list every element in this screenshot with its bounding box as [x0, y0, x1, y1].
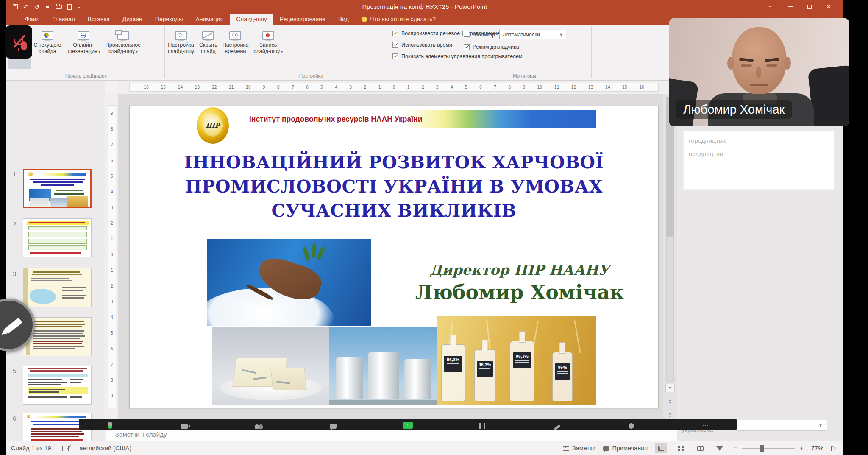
chevron-down-icon: ▼: [559, 33, 563, 37]
redo-icon[interactable]: ↺: [34, 4, 40, 10]
previous-slide-icon[interactable]: ▲▲: [665, 397, 675, 405]
view-normal-button[interactable]: [655, 443, 667, 453]
zoom-level[interactable]: 77%: [811, 445, 823, 452]
slideshow-quick-icon[interactable]: [45, 5, 50, 9]
slide-scrollbar[interactable]: ▼ ▲▲ ▼▼: [663, 94, 677, 427]
slide-thumbnail-2[interactable]: [23, 218, 92, 257]
participant-name-label: Любомир Хомічак: [676, 100, 792, 119]
slide-slash-icon: [202, 31, 214, 40]
setup-slideshow-button[interactable]: Настройка слайд-шоу: [165, 26, 197, 69]
save-icon[interactable]: [13, 4, 18, 9]
slide-canvas[interactable]: Інститут продовольчих ресурсів НААН Укра…: [129, 106, 659, 408]
pause-share-icon[interactable]: [477, 420, 488, 429]
share-screen-icon[interactable]: ↑: [402, 420, 413, 429]
notes-icon: [563, 446, 569, 451]
monitor-chart-icon: [42, 31, 53, 40]
group-divider: [591, 26, 592, 78]
slide-thumbnail-3[interactable]: [23, 268, 92, 307]
mic-icon[interactable]: [104, 420, 115, 429]
view-sorter-button[interactable]: [675, 443, 687, 453]
thumb-number: 3: [13, 270, 16, 277]
sugar-beet-image: [207, 239, 371, 326]
group-divider: [457, 26, 457, 78]
zoom-slider[interactable]: [742, 448, 795, 449]
rehearse-timings-button[interactable]: Настройка времени: [220, 26, 251, 69]
participants-icon[interactable]: [253, 420, 264, 429]
tab-transitions[interactable]: Переходы: [149, 14, 189, 25]
tab-animations[interactable]: Анимация: [189, 14, 230, 25]
checkbox-checked-icon: [464, 44, 470, 50]
fit-to-window-icon[interactable]: [831, 446, 837, 451]
notes-placeholder: Заметки к слайду: [115, 431, 167, 438]
new-document-icon[interactable]: [67, 4, 72, 10]
tab-home[interactable]: Главная: [46, 14, 81, 25]
normal-view-icon: [658, 446, 664, 451]
close-icon[interactable]: ✕: [826, 3, 832, 10]
tab-file[interactable]: Файл: [19, 14, 46, 25]
institute-banner: Інститут продовольчих ресурсів НААН Укра…: [198, 110, 596, 128]
record-slideshow-button[interactable]: Запись слайд-шоу: [251, 26, 285, 69]
minimize-icon[interactable]: [788, 6, 793, 7]
next-slide-icon[interactable]: ▼▼: [665, 411, 675, 420]
speaker-video-tile[interactable]: Любомир Хомічак: [669, 18, 849, 126]
storage-tanks-image: [329, 327, 437, 405]
chat-icon[interactable]: [328, 420, 339, 429]
spirit-bottles-image: 96,3% 96,3% 96,3% 96%: [437, 316, 596, 405]
reading-view-icon: [697, 446, 704, 451]
customize-qat-icon[interactable]: ⌄: [77, 5, 81, 9]
spell-check-icon[interactable]: [62, 446, 69, 451]
video-icon[interactable]: [179, 420, 190, 429]
slide-thumbnail-1[interactable]: [23, 169, 92, 208]
comments-button[interactable]: Примечания: [603, 445, 648, 452]
director-block: Директор ІПР НААНУ Любомир Хомічак: [384, 262, 655, 304]
from-current-slide-button[interactable]: С текущего слайда: [31, 26, 64, 69]
restore-icon[interactable]: [807, 5, 812, 9]
tab-review[interactable]: Рецензирование: [273, 14, 332, 25]
group-label-start: Начать слайд-шоу: [8, 73, 164, 78]
scroll-down-icon[interactable]: ▼: [665, 384, 675, 392]
pencil-icon: [4, 318, 22, 334]
custom-slideshow-button[interactable]: Произвольное слайд-шоу: [103, 26, 143, 69]
notes-button[interactable]: Заметки: [563, 445, 595, 452]
tell-me-box[interactable]: Что вы хотите сделать?: [355, 14, 442, 25]
view-reading-button[interactable]: [694, 443, 706, 453]
ribbon-display-options-icon[interactable]: [768, 5, 773, 9]
muted-microphone-badge[interactable]: [5, 25, 32, 59]
more-icon[interactable]: ⋯: [700, 420, 711, 429]
caption-box: городництва осадництва: [683, 131, 834, 190]
tab-view[interactable]: Вид: [332, 14, 355, 25]
ruler-numbers: 9 8 7 6 5 4 3 2 1 0 1 2 3 4 5 6 7 8 9: [111, 111, 113, 398]
director-name: Любомир Хомічак: [384, 281, 655, 304]
cheese-image: [212, 327, 329, 405]
monitor-stack-icon: [117, 31, 129, 40]
online-presentation-button[interactable]: Онлайн- презентация: [64, 26, 103, 69]
tab-slideshow[interactable]: Слайд-шоу: [230, 14, 273, 25]
group-divider: [164, 26, 165, 78]
undo-icon[interactable]: ↶: [23, 4, 29, 10]
zoom-in-button[interactable]: +: [799, 444, 804, 452]
bottle: 96,3%: [474, 349, 495, 401]
bottle: 96,3%: [441, 344, 465, 401]
slide-thumbnail-5[interactable]: [23, 366, 92, 405]
tell-me-label: Что вы хотите сделать?: [370, 16, 436, 22]
tab-design[interactable]: Дизайн: [116, 14, 149, 25]
hide-slide-button[interactable]: Скрыть слайд: [197, 26, 220, 69]
monitor-dropdown[interactable]: Автоматически ▼: [499, 30, 566, 39]
monitor-globe-icon: [78, 31, 89, 40]
zoom-out-button[interactable]: −: [733, 444, 737, 452]
record-icon[interactable]: [626, 420, 637, 429]
checkbox-checked-icon: [392, 31, 398, 36]
zoom-slider-thumb[interactable]: [760, 445, 764, 452]
caption-line: осадництва: [689, 150, 834, 157]
caption-language-dropdown[interactable]: ▼: [737, 420, 827, 431]
open-folder-icon[interactable]: [56, 5, 62, 9]
tab-insert[interactable]: Вставка: [81, 14, 116, 25]
annotate-icon[interactable]: [551, 420, 562, 429]
slide-thumbnail-pane: 1 2 3: [6, 81, 105, 441]
monitor-label: Монитор:: [473, 32, 496, 38]
institute-logo: ІПР: [197, 107, 229, 144]
presenter-view-checkbox[interactable]: Режим докладчика: [464, 44, 519, 50]
group-monitors: Монитор: Автоматически ▼ Режим докладчик…: [458, 25, 591, 80]
view-slideshow-button[interactable]: [714, 443, 726, 453]
language-indicator[interactable]: английский (США): [80, 445, 132, 452]
